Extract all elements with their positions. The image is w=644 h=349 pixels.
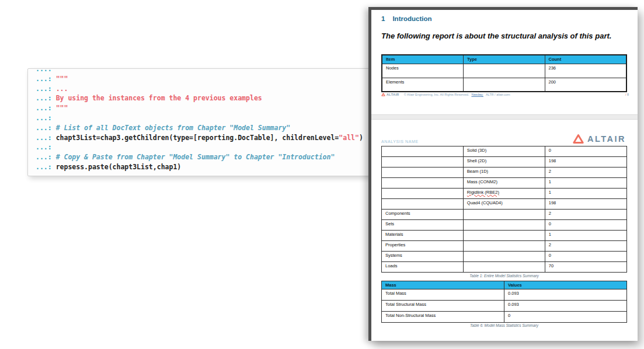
code-line: ...:	[36, 113, 372, 123]
code-segment-prompt: ...:	[36, 124, 52, 132]
table-cell: Nodes	[382, 64, 464, 78]
chapter-heading: 1 Introduction	[381, 15, 431, 22]
table-row: Shell (2D)198	[382, 157, 627, 167]
code-line: ...: chapt3List=chap3.getChildren(type=[…	[36, 133, 372, 143]
table-row: Systems0	[382, 252, 627, 262]
altair-logo: ALTAIR	[572, 134, 626, 144]
code-segment-string: """	[52, 104, 68, 112]
code-line: ...: """	[36, 74, 372, 84]
table-cell: 1	[545, 178, 626, 189]
table-cell	[463, 220, 545, 231]
report-page-2: ANALYSIS NAME ALTAIR Solid (3D)0Shell (2…	[371, 120, 638, 341]
code-segment-code: repsess.paste(chapt3List,chap1)	[52, 163, 182, 171]
code-line: ...: ...	[36, 84, 372, 94]
table-header-cell: Mass	[382, 281, 504, 289]
code-segment-code: chapt3List=chap3.getChildren(type=[repor…	[52, 134, 339, 142]
chapter-title: Introduction	[392, 15, 431, 22]
table-cell: Rigidlink (RBE2)	[463, 189, 545, 199]
table-cell: 0	[545, 146, 626, 157]
table-cell: 198	[545, 199, 626, 210]
table-cell: Properties	[382, 241, 464, 252]
table-row: Loads70	[382, 262, 627, 273]
altair-logo-text: ALTAIR	[587, 134, 626, 144]
table-cell	[463, 231, 545, 241]
page-number: / 8	[625, 93, 629, 96]
table-cell: 1	[545, 231, 626, 241]
table-row: Total Structural Mass0.093	[382, 301, 627, 312]
page-footer: ALTAIR © Altair Engineering, Inc. All Ri…	[381, 93, 629, 96]
table-cell: 200	[545, 78, 626, 92]
mass-statistics-table: MassValues Total Mass0.093Total Structur…	[381, 281, 627, 323]
table-cell	[463, 262, 545, 273]
table-row: Quad4 (CQUAD4)198	[382, 199, 627, 210]
table-cell: Materials	[382, 231, 464, 241]
table-cell	[382, 167, 464, 178]
table-cell	[382, 189, 464, 199]
footer-copyright: © Altair Engineering, Inc. All Rights Re…	[404, 93, 469, 96]
table-row: Total Non-Structural Mass0	[382, 312, 627, 323]
table-header-cell: Item	[382, 55, 464, 64]
table-cell: 198	[545, 157, 626, 167]
table-cell: Sets	[382, 220, 464, 231]
code-line: ...: """	[36, 103, 372, 113]
stats-table-caption: Table 1: Entire Model Statistics Summary	[381, 274, 627, 278]
table-row: ItemTypeCount	[382, 55, 626, 64]
table-header-cell: Values	[504, 281, 627, 289]
code-segment-prompt: ...:	[36, 75, 52, 83]
table-cell: 70	[545, 262, 626, 273]
table-row: Properties2	[382, 241, 627, 252]
table-cell: 2	[545, 167, 626, 178]
table-cell	[382, 157, 464, 167]
model-info-table: ItemTypeCount Nodes236Elements200	[381, 54, 627, 92]
table-cell: 0.093	[504, 289, 627, 301]
table-cell: Components	[382, 210, 464, 220]
table-cell	[464, 78, 545, 92]
code-segment-prompt: ...:	[36, 85, 52, 93]
table-cell: 0	[545, 252, 626, 262]
table-row: Solid (3D)0	[382, 146, 627, 157]
table-cell: Total Mass	[382, 289, 504, 301]
table-row: MassValues	[382, 281, 627, 289]
python-console-panel[interactable]: ...:...: """...: ......: By using the in…	[27, 68, 373, 176]
table-cell: Solid (3D)	[463, 146, 545, 157]
table-cell: Quad4 (CQUAD4)	[463, 199, 545, 210]
report-preview-window[interactable]: 1 Introduction The following report is a…	[368, 7, 638, 341]
altair-triangle-icon	[381, 93, 385, 96]
table-row: Components2	[382, 210, 627, 220]
page-separator	[371, 114, 638, 120]
code-block: ...:...: """...: ......: By using the in…	[36, 68, 372, 172]
desktop: { "code_panel": { "lines": [ {"segments"…	[0, 0, 644, 349]
table-row: Mass (CONM2)1	[382, 178, 627, 189]
table-cell	[382, 178, 464, 189]
footer-brand: ALTAIR	[381, 93, 399, 96]
code-segment-comment: # List of all DocText objects from Chapt…	[52, 124, 291, 132]
code-segment-prompt: ...:	[36, 143, 52, 151]
table-cell: 0	[504, 312, 627, 323]
code-segment-string: ...	[52, 85, 68, 93]
code-segment-string: By using the instances from the 4 previo…	[52, 94, 262, 102]
table-cell: 0.093	[504, 301, 627, 312]
table-cell	[463, 241, 545, 252]
table-cell: Systems	[382, 252, 464, 262]
code-line: ...:	[36, 142, 372, 152]
footer-nasdaq-link[interactable]: Nasdaq:	[471, 93, 483, 96]
model-statistics-table: Solid (3D)0Shell (2D)198Beam (1D)2Mass (…	[381, 146, 627, 273]
table-cell: 0	[545, 220, 626, 231]
code-segment-prompt: ...:	[36, 114, 52, 122]
code-segment-prompt: ...:	[36, 134, 52, 142]
code-segment-prompt: ...:	[36, 68, 52, 73]
table-row: Beam (1D)2	[382, 167, 627, 178]
code-segment-string: "all"	[339, 134, 359, 142]
table-cell: Elements	[382, 78, 464, 92]
table-cell: Shell (2D)	[463, 157, 545, 167]
code-segment-comment: # Copy & Paste from Chapter "Model Summa…	[52, 153, 335, 161]
table-cell: Loads	[382, 262, 464, 273]
table-cell: Total Non-Structural Mass	[382, 312, 504, 323]
table-header-cell: Count	[545, 55, 626, 64]
table-cell: 2	[545, 210, 626, 220]
code-segment-string: """	[52, 75, 68, 83]
chapter-number: 1	[381, 15, 385, 22]
altair-triangle-icon	[572, 134, 584, 144]
table-row: Materials1	[382, 231, 627, 241]
table-row: Sets0	[382, 220, 627, 231]
